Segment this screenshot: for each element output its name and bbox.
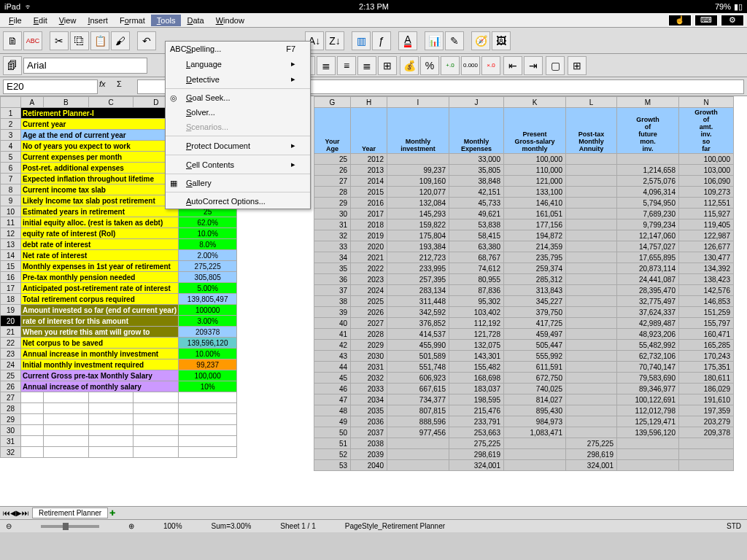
row-header[interactable]: 7 — [1, 174, 21, 184]
row-header[interactable]: 10 — [1, 206, 21, 217]
data-cell[interactable] — [566, 274, 617, 285]
chart-icon[interactable]: ▥ — [352, 31, 371, 50]
data-cell[interactable]: 379,750 — [504, 307, 566, 318]
data-cell[interactable]: 43 — [314, 351, 351, 362]
menu-item-cell-contents[interactable]: Cell Contents▸ — [166, 157, 310, 172]
data-cell[interactable]: 100,000 — [504, 154, 566, 165]
row-header[interactable]: 30 — [1, 425, 21, 436]
data-cell[interactable] — [566, 394, 617, 405]
menu-item-autocorrect-options-[interactable]: AutoCorrect Options... — [166, 194, 310, 209]
row-header[interactable]: 32 — [1, 447, 21, 458]
param-value[interactable]: 5.00% — [179, 283, 237, 294]
data-cell[interactable]: 606,923 — [387, 373, 449, 384]
data-cell[interactable] — [566, 405, 617, 416]
data-cell[interactable]: 35 — [314, 263, 351, 274]
row-header[interactable]: 12 — [1, 228, 21, 239]
zoom-slider[interactable] — [41, 525, 99, 528]
data-cell[interactable]: 2016 — [351, 198, 387, 209]
data-cell[interactable]: 275,225 — [449, 438, 504, 449]
data-cell[interactable]: 28,395,470 — [617, 285, 679, 296]
data-cell[interactable]: 37,624,337 — [617, 307, 679, 318]
data-cell[interactable]: 2022 — [351, 263, 387, 274]
align-center-icon[interactable]: ≣ — [317, 56, 336, 75]
data-cell[interactable]: 212,723 — [387, 252, 449, 263]
data-cell[interactable]: 160,471 — [679, 329, 734, 340]
tab-nav-next[interactable]: ▶ — [16, 509, 22, 517]
data-cell[interactable] — [566, 252, 617, 263]
data-cell[interactable]: 49 — [314, 416, 351, 427]
data-cell[interactable]: 283,134 — [387, 285, 449, 296]
row-header[interactable]: 20 — [1, 316, 21, 327]
data-cell[interactable]: 48 — [314, 405, 351, 416]
data-cell[interactable]: 103,000 — [679, 165, 734, 176]
undo-icon[interactable]: ↶ — [137, 31, 156, 50]
data-cell[interactable] — [679, 449, 734, 460]
data-cell[interactable] — [617, 154, 679, 165]
row-header[interactable]: 5 — [1, 152, 21, 163]
data-cell[interactable]: 555,992 — [504, 351, 566, 362]
row-header[interactable]: 6 — [1, 163, 21, 174]
data-cell[interactable]: 47 — [314, 394, 351, 405]
data-cell[interactable]: 53 — [314, 460, 351, 471]
data-cell[interactable]: 177,156 — [504, 219, 566, 230]
borders-icon[interactable]: ▢ — [546, 56, 565, 75]
data-cell[interactable]: 58,415 — [449, 230, 504, 241]
data-cell[interactable]: 2034 — [351, 394, 387, 405]
data-cell[interactable]: 25 — [314, 154, 351, 165]
param-label[interactable]: Current income tax slab — [21, 184, 179, 195]
data-cell[interactable]: 146,410 — [504, 198, 566, 209]
data-cell[interactable] — [566, 373, 617, 384]
add-decimal-icon[interactable]: +.0 — [441, 56, 460, 75]
data-cell[interactable]: 29 — [314, 198, 351, 209]
data-cell[interactable] — [566, 176, 617, 187]
data-cell[interactable]: 2032 — [351, 373, 387, 384]
param-label[interactable]: initial equity alloc. (rest is taken as … — [21, 217, 179, 228]
data-cell[interactable] — [566, 384, 617, 394]
data-cell[interactable]: 121,728 — [449, 329, 504, 340]
tab-nav-prev[interactable]: ◀ — [10, 509, 16, 517]
row-header[interactable]: 19 — [1, 305, 21, 316]
data-cell[interactable]: 313,843 — [504, 285, 566, 296]
data-cell[interactable]: 2017 — [351, 209, 387, 219]
param-value[interactable]: 99,237 — [179, 359, 237, 370]
row-header[interactable]: 13 — [1, 239, 21, 250]
data-cell[interactable]: 2020 — [351, 241, 387, 252]
data-cell[interactable]: 1,214,658 — [617, 165, 679, 176]
styles-icon[interactable]: 🗐 — [3, 56, 22, 75]
col-header[interactable]: PresentGross-salarymonthly — [504, 108, 566, 154]
data-cell[interactable] — [566, 241, 617, 252]
data-cell[interactable]: 191,610 — [679, 394, 734, 405]
row-header[interactable]: 29 — [1, 414, 21, 425]
data-cell[interactable] — [566, 351, 617, 362]
data-cell[interactable]: 198,595 — [449, 394, 504, 405]
data-cell[interactable]: 112,192 — [449, 318, 504, 329]
row-header[interactable]: 24 — [1, 359, 21, 370]
data-cell[interactable]: 20,873,114 — [617, 263, 679, 274]
param-label[interactable]: debt rate of interest — [21, 239, 179, 250]
data-cell[interactable]: 2027 — [351, 318, 387, 329]
menu-item-detective[interactable]: Detective▸ — [166, 71, 310, 87]
row-header[interactable]: 21 — [1, 327, 21, 338]
data-cell[interactable] — [566, 230, 617, 241]
data-cell[interactable]: 551,748 — [387, 362, 449, 373]
param-value[interactable]: 305,805 — [179, 272, 237, 283]
data-cell[interactable]: 142,576 — [679, 285, 734, 296]
menu-item-goal-seek-[interactable]: ◎Goal Seek... — [166, 90, 310, 105]
data-cell[interactable]: 39 — [314, 307, 351, 318]
copy-icon[interactable]: ⿻ — [70, 31, 89, 50]
gallery-icon[interactable]: 🖼 — [492, 31, 511, 50]
param-value[interactable]: 62.0% — [179, 217, 237, 228]
increase-indent-icon[interactable]: ⇥ — [524, 56, 543, 75]
param-label[interactable]: Annual increase in monthly investment — [21, 349, 179, 359]
data-cell[interactable]: 183,037 — [449, 384, 504, 394]
param-label[interactable]: Annual increase of monthly salary — [21, 381, 179, 392]
data-cell[interactable]: 38,848 — [449, 176, 504, 187]
decrease-indent-icon[interactable]: ⇤ — [503, 56, 522, 75]
paste-icon[interactable]: 📋 — [90, 31, 109, 50]
param-label[interactable]: rate of interest for this amount — [21, 316, 179, 327]
param-label[interactable]: No of years you expect to work — [21, 141, 179, 152]
menu-file[interactable]: File — [3, 15, 28, 26]
data-cell[interactable]: 79,583,690 — [617, 373, 679, 384]
param-value[interactable]: 100000 — [179, 305, 237, 316]
data-cell[interactable]: 99,237 — [387, 165, 449, 176]
